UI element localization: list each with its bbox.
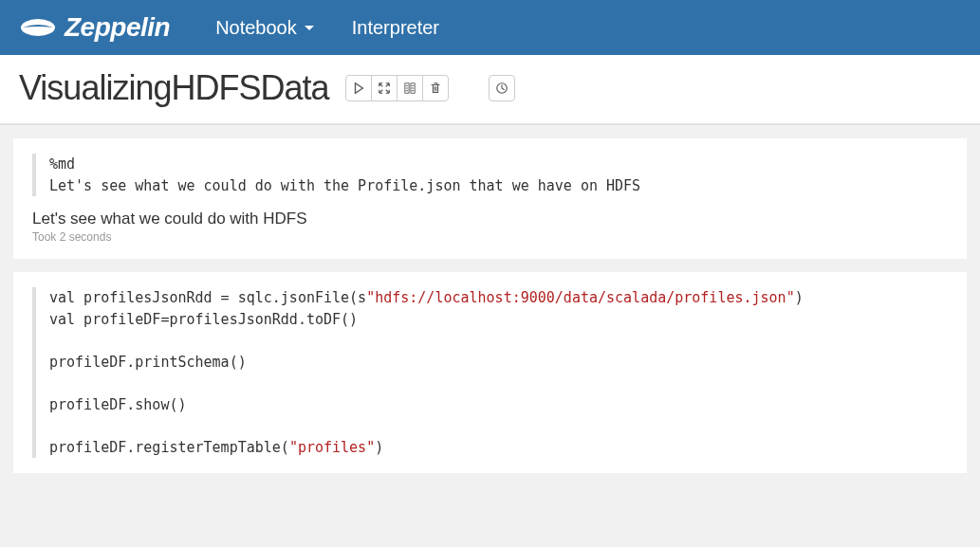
- code-l1-str: "hdfs://localhost:9000/data/scalada/prof…: [366, 289, 795, 306]
- code-view-button[interactable]: [397, 75, 423, 101]
- paragraph-2: val profilesJsonRdd = sqlc.jsonFile(s"hd…: [13, 272, 967, 473]
- code-l2: val profileDF=profilesJsonRdd.toDF(): [49, 311, 358, 328]
- nav-notebook-dropdown[interactable]: Notebook: [200, 9, 329, 46]
- code-block-md[interactable]: %md Let's see what we could do with the …: [32, 154, 948, 196]
- brand-text: Zeppelin: [65, 12, 170, 43]
- paragraph-1: %md Let's see what we could do with the …: [13, 138, 967, 259]
- nav-notebook-label: Notebook: [215, 17, 297, 39]
- caret-down-icon: [305, 26, 314, 30]
- paragraph-took-text: Took 2 seconds: [32, 230, 948, 244]
- md-directive: %md: [49, 155, 75, 173]
- brand[interactable]: Zeppelin: [19, 12, 170, 43]
- code-l5-pre: profileDF.registerTempTable(: [49, 439, 289, 456]
- nav-interpreter-label: Interpreter: [352, 17, 439, 39]
- code-l1-post: ): [795, 289, 804, 306]
- navbar: Zeppelin Notebook Interpreter: [0, 0, 980, 55]
- page-header: VisualizingHDFSData: [0, 55, 980, 124]
- code-l5-post: ): [375, 439, 383, 456]
- md-body: Let's see what we could do with the Prof…: [49, 177, 640, 194]
- code-block-scala[interactable]: val profilesJsonRdd = sqlc.jsonFile(s"hd…: [32, 287, 948, 458]
- nav-interpreter-link[interactable]: Interpreter: [337, 9, 454, 46]
- code-l3: profileDF.printSchema(): [49, 354, 247, 371]
- content-area: %md Let's see what we could do with the …: [0, 124, 980, 547]
- code-l4: profileDF.show(): [49, 396, 187, 413]
- paragraph-result-text: Let's see what we could do with HDFS: [32, 210, 948, 228]
- svg-point-0: [21, 19, 55, 36]
- page-title: VisualizingHDFSData: [19, 68, 328, 108]
- run-all-button[interactable]: [345, 75, 372, 101]
- toolbar-group-1: [345, 75, 449, 101]
- code-l5-str: "profiles": [289, 439, 375, 456]
- zeppelin-logo-icon: [19, 16, 57, 39]
- code-l1-pre: val profilesJsonRdd = sqlc.jsonFile(s: [49, 289, 366, 306]
- expand-button[interactable]: [371, 75, 398, 101]
- scheduler-button[interactable]: [489, 75, 515, 101]
- delete-button[interactable]: [422, 75, 449, 101]
